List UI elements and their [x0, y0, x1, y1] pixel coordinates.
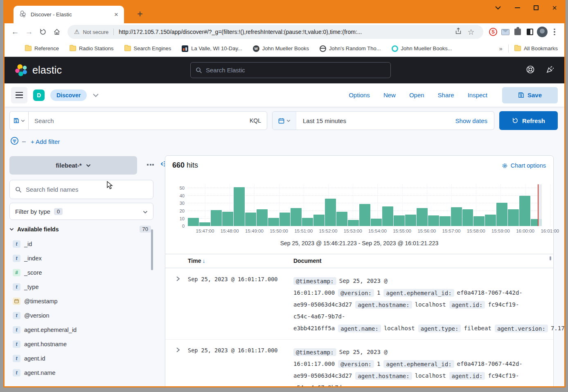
saved-query-menu-button[interactable]: [9, 111, 28, 130]
home-button[interactable]: [50, 25, 63, 38]
histogram-bar[interactable]: [462, 209, 473, 226]
document-column-header[interactable]: Document: [293, 258, 321, 264]
field-item[interactable]: t@version: [9, 308, 149, 323]
save-button[interactable]: Save: [502, 87, 558, 103]
bookmark-item[interactable]: La Valle, WI 10-Day...: [182, 45, 242, 52]
histogram-bar[interactable]: [394, 215, 405, 226]
field-item[interactable]: t_type: [9, 280, 149, 294]
histogram-bar[interactable]: [405, 215, 416, 226]
window-minimize-button[interactable]: [515, 7, 520, 8]
histogram-chart[interactable]: 01020304050 15:47:0015:48:0015:49:0015:5…: [188, 184, 542, 226]
field-settings-icon[interactable]: [147, 164, 154, 166]
filter-menu-icon[interactable]: [10, 137, 19, 147]
chart-options-button[interactable]: Chart options: [502, 162, 546, 169]
field-item[interactable]: tagent.name: [9, 365, 149, 380]
extension-puzzle-icon[interactable]: [512, 26, 523, 38]
histogram-bar[interactable]: [234, 187, 245, 226]
histogram-bar[interactable]: [348, 220, 359, 226]
histogram-bar[interactable]: [336, 212, 347, 226]
field-item[interactable]: t_index: [9, 251, 149, 265]
browser-menu-icon[interactable]: [549, 26, 560, 38]
bookmark-item[interactable]: Reference: [25, 45, 59, 52]
histogram-bar[interactable]: [473, 216, 485, 226]
bookmark-item[interactable]: Search Engines: [124, 45, 171, 52]
field-item[interactable]: tagent.id: [9, 351, 149, 365]
histogram-bar[interactable]: [440, 216, 451, 226]
url-address[interactable]: http://172.105.7.150/app/discover#/?_g=(…: [119, 29, 362, 35]
kql-language-button[interactable]: KQL: [250, 117, 261, 124]
field-search-input[interactable]: Search field names: [9, 180, 153, 199]
histogram-bar[interactable]: [451, 207, 462, 226]
time-column-header[interactable]: Time↓: [188, 258, 205, 264]
histogram-bar[interactable]: [371, 219, 382, 226]
histogram-bar[interactable]: [417, 208, 428, 226]
histogram-bar[interactable]: [302, 218, 313, 226]
field-item[interactable]: tagent.hostname: [9, 337, 149, 351]
bookmarks-overflow-icon[interactable]: »: [499, 45, 503, 52]
histogram-bar[interactable]: [359, 204, 370, 226]
back-button[interactable]: ←: [9, 25, 22, 38]
bookmark-star-icon[interactable]: ☆: [465, 26, 477, 38]
window-close-button[interactable]: ×: [552, 5, 557, 10]
field-item[interactable]: #_score: [9, 265, 149, 280]
documents-scrollbar[interactable]: [550, 256, 551, 260]
available-fields-header[interactable]: Available fields 70: [9, 226, 151, 233]
expand-row-icon[interactable]: [176, 276, 180, 283]
document-row[interactable]: Sep 25, 2023 @ 16:01:17.000 @timestamp:S…: [165, 269, 553, 340]
date-picker-menu-button[interactable]: [273, 112, 296, 130]
time-range-value[interactable]: Last 15 minutes: [296, 117, 449, 124]
all-bookmarks-button[interactable]: All Bookmarks: [514, 45, 558, 52]
window-maximize-button[interactable]: [534, 5, 539, 10]
extension-sidebar-icon[interactable]: [524, 26, 536, 38]
space-badge[interactable]: D: [33, 90, 45, 101]
forward-button[interactable]: →: [23, 25, 36, 38]
histogram-bar[interactable]: [279, 213, 291, 226]
bookmark-item[interactable]: John's Random Tho...: [320, 45, 381, 52]
histogram-bar[interactable]: [485, 215, 496, 226]
histogram-bar[interactable]: [245, 213, 256, 226]
toolbar-menu-share[interactable]: Share: [438, 92, 454, 99]
menu-hamburger-icon[interactable]: [11, 87, 27, 103]
toolbar-menu-options[interactable]: Options: [349, 92, 370, 99]
extension-mail-icon[interactable]: [500, 26, 511, 38]
histogram-bar[interactable]: [428, 215, 439, 226]
elastic-logo[interactable]: elastic: [14, 63, 62, 77]
histogram-bar[interactable]: [222, 212, 233, 226]
histogram-bar[interactable]: [211, 210, 222, 226]
histogram-bar[interactable]: [519, 196, 530, 226]
breadcrumb[interactable]: Discover: [50, 90, 87, 101]
security-label[interactable]: Not secure: [83, 29, 108, 35]
expand-row-icon[interactable]: [176, 347, 180, 354]
toolbar-menu-open[interactable]: Open: [409, 92, 424, 99]
histogram-bar[interactable]: [268, 218, 279, 226]
histogram-bar[interactable]: [508, 209, 519, 226]
reload-button[interactable]: [36, 25, 50, 38]
bookmark-item[interactable]: John Mueller Books...: [392, 45, 452, 52]
histogram-bar[interactable]: [257, 209, 268, 226]
help-lifebuoy-icon[interactable]: [526, 65, 535, 76]
show-dates-button[interactable]: Show dates: [449, 117, 494, 124]
field-item[interactable]: t_id: [9, 237, 149, 251]
tab-close-icon[interactable]: ×: [113, 11, 120, 19]
sidebar-scrollbar[interactable]: [151, 229, 153, 270]
profile-avatar[interactable]: [536, 26, 548, 38]
histogram-bar[interactable]: [313, 215, 325, 226]
browser-tab[interactable]: Discover - Elastic ×: [14, 6, 124, 23]
histogram-bar[interactable]: [199, 222, 210, 226]
histogram-bar[interactable]: [291, 208, 302, 226]
index-pattern-selector[interactable]: filebeat-*: [9, 156, 137, 175]
window-chevron-icon[interactable]: [495, 4, 501, 11]
histogram-bar[interactable]: [382, 206, 393, 226]
document-row[interactable]: Sep 25, 2023 @ 16:01:17.000 @timestamp:S…: [165, 340, 553, 388]
new-tab-button[interactable]: +: [137, 8, 143, 20]
histogram-bar[interactable]: [325, 199, 336, 226]
filter-by-type-dropdown[interactable]: Filter by type 0: [9, 203, 153, 220]
extension-shield-icon[interactable]: S: [487, 26, 499, 38]
bookmark-item[interactable]: WJohn Mueller Books: [253, 45, 309, 52]
field-item[interactable]: tagent.ephemeral_id: [9, 323, 149, 337]
histogram-bar[interactable]: [188, 218, 199, 226]
field-item[interactable]: @timestamp: [9, 294, 149, 308]
refresh-button[interactable]: Refresh: [499, 111, 558, 130]
bookmark-item[interactable]: Radio Stations: [70, 45, 114, 52]
whats-new-icon[interactable]: [545, 65, 554, 76]
